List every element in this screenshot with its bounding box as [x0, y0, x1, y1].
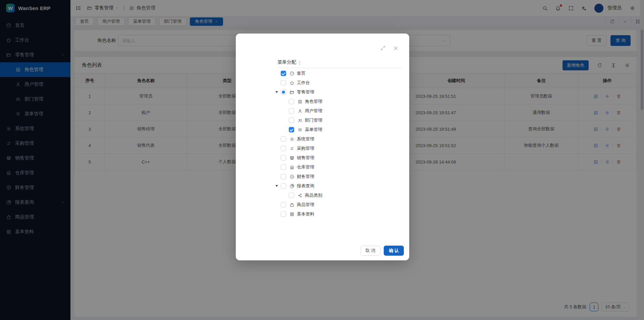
tree-node-role[interactable]: 角色管理	[274, 97, 401, 106]
close-modal-button[interactable]	[393, 46, 398, 51]
tree-checkbox[interactable]	[289, 193, 294, 198]
divider	[277, 68, 401, 68]
pie-icon	[289, 184, 294, 189]
modal-title-suffix: ⋮	[298, 60, 302, 65]
tree-node-basic[interactable]: 基本资料	[274, 209, 401, 219]
tree-node-label[interactable]: 零售管理	[297, 89, 314, 95]
menu-tree: 首页工作台零售管理角色管理用户管理部门管理菜单管理系统管理采购管理销售管理仓库管…	[274, 69, 401, 219]
team-icon	[298, 118, 303, 123]
tree-node-label[interactable]: 用户管理	[305, 108, 322, 114]
tree-node-label[interactable]: 仓库管理	[297, 164, 314, 170]
menu-lines-icon	[298, 127, 303, 132]
tree-node-purchase[interactable]: 采购管理	[274, 144, 401, 153]
tree-node-label[interactable]: 菜单管理	[305, 127, 322, 133]
finance-icon	[289, 174, 294, 179]
gear-icon	[289, 137, 294, 142]
tree-node-label[interactable]: 财务管理	[297, 174, 314, 180]
menu-assign-modal: 菜单分配 ⋮ 首页工作台零售管理角色管理用户管理部门管理菜单管理系统管理采购管理…	[236, 34, 409, 260]
tree-node-workbench[interactable]: 工作台	[274, 78, 401, 87]
tree-node-label[interactable]: 角色管理	[305, 99, 322, 105]
expand-arrow-icon[interactable]	[274, 91, 279, 93]
tree-node-finance[interactable]: 财务管理	[274, 172, 401, 181]
tree-node-system[interactable]: 系统管理	[274, 134, 401, 144]
tree-node-label[interactable]: 商品管理	[297, 202, 314, 208]
tree-checkbox[interactable]	[281, 165, 286, 170]
tree-node-label[interactable]: 首页	[297, 70, 306, 76]
tree-node-menu[interactable]: 菜单管理	[274, 125, 401, 134]
tree-node-home[interactable]: 首页	[274, 69, 401, 78]
expand-arrow-icon[interactable]	[274, 185, 279, 187]
close-icon	[393, 46, 398, 51]
tree-checkbox[interactable]	[289, 118, 294, 123]
tree-node-warehouse[interactable]: 仓库管理	[274, 163, 401, 172]
role-icon	[298, 99, 303, 104]
shop-icon	[289, 155, 294, 161]
tree-node-user[interactable]: 用户管理	[274, 106, 401, 116]
tree-checkbox[interactable]	[281, 146, 286, 151]
tree-node-label[interactable]: 商品类别	[305, 192, 322, 198]
grid-icon	[289, 212, 294, 217]
bank-icon	[289, 165, 294, 170]
folder-icon	[289, 90, 294, 95]
modal-controls	[380, 46, 398, 51]
tree-checkbox[interactable]	[281, 136, 286, 142]
expand-icon	[380, 46, 385, 51]
tree-checkbox[interactable]	[281, 71, 286, 76]
tree-node-label[interactable]: 销售管理	[297, 155, 314, 161]
tree-node-label[interactable]: 工作台	[297, 80, 310, 86]
share-icon	[298, 193, 303, 198]
tree-node-sales[interactable]: 销售管理	[274, 153, 401, 163]
tree-checkbox[interactable]	[281, 80, 286, 85]
tree-checkbox[interactable]	[281, 202, 286, 207]
home-icon	[289, 80, 294, 85]
tree-node-dept[interactable]: 部门管理	[274, 116, 401, 125]
modal-title: 菜单分配	[277, 59, 296, 65]
modal-body: 菜单分配 ⋮ 首页工作台零售管理角色管理用户管理部门管理菜单管理系统管理采购管理…	[274, 58, 401, 219]
tree-checkbox[interactable]	[289, 127, 294, 132]
tree-checkbox[interactable]	[289, 108, 294, 114]
tree-node-retail[interactable]: 零售管理	[274, 87, 401, 97]
tree-node-label[interactable]: 部门管理	[305, 117, 322, 123]
tree-node-label[interactable]: 采购管理	[297, 145, 314, 151]
modal-footer: 取 消 确 认	[361, 246, 404, 256]
user-icon	[298, 109, 303, 114]
tree-checkbox[interactable]	[281, 211, 286, 217]
bag-icon	[289, 202, 294, 207]
tree-node-label[interactable]: 报表查询	[297, 183, 314, 189]
modal-field-label: 菜单分配 ⋮	[277, 58, 401, 67]
tree-checkbox[interactable]	[281, 155, 286, 161]
tree-checkbox[interactable]	[281, 174, 286, 179]
tree-checkbox[interactable]	[281, 89, 286, 95]
swap-icon	[289, 146, 294, 151]
tree-node-report[interactable]: 报表查询	[274, 181, 401, 191]
confirm-button[interactable]: 确 认	[384, 246, 404, 256]
tree-checkbox[interactable]	[289, 99, 294, 104]
cancel-button[interactable]: 取 消	[361, 246, 381, 256]
tree-node-category[interactable]: 商品类别	[274, 191, 401, 200]
tree-node-label[interactable]: 系统管理	[297, 136, 314, 142]
maximize-modal-button[interactable]	[380, 46, 385, 51]
tree-node-label[interactable]: 基本资料	[297, 211, 314, 217]
tree-checkbox[interactable]	[281, 183, 286, 189]
dashboard-icon	[289, 71, 294, 76]
tree-node-goods[interactable]: 商品管理	[274, 200, 401, 209]
